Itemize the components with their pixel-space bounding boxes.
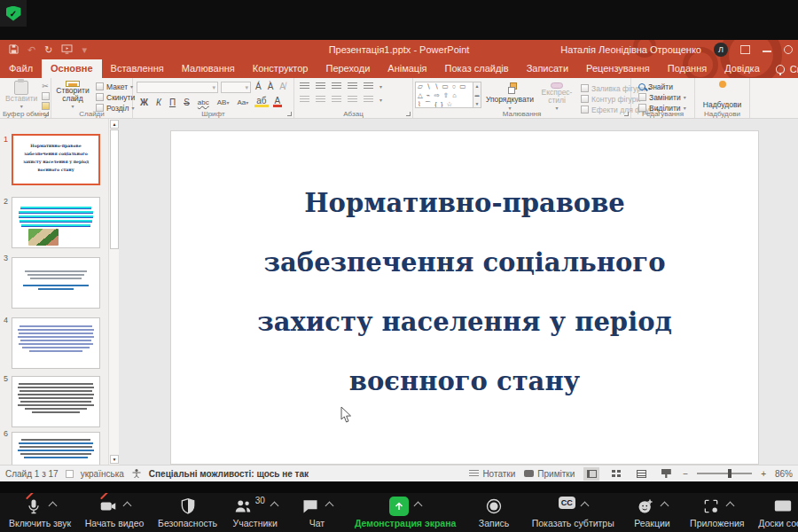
increase-indent-icon[interactable] bbox=[348, 82, 357, 90]
tab-design[interactable]: Конструктор bbox=[244, 59, 317, 78]
tab-file[interactable]: Файл bbox=[0, 59, 42, 78]
slideshow-view-button[interactable] bbox=[658, 467, 674, 481]
align-right-icon[interactable] bbox=[332, 96, 341, 104]
chat-button[interactable]: Чат bbox=[293, 497, 340, 528]
underline-button[interactable]: П bbox=[168, 98, 177, 107]
slide-thumbnail-2[interactable] bbox=[12, 197, 100, 248]
whiteboards-button[interactable]: Доски сооб bbox=[758, 497, 798, 528]
slide-thumbnail-6[interactable] bbox=[12, 432, 100, 465]
character-spacing-button[interactable]: АВ▾ bbox=[215, 98, 231, 106]
drawing-dialog-launcher-icon[interactable] bbox=[624, 112, 629, 116]
find-button[interactable]: Знайти bbox=[637, 82, 692, 91]
quick-styles-button[interactable]: Експрес-стилі ▾ bbox=[538, 82, 575, 112]
zoom-slider[interactable] bbox=[697, 473, 752, 474]
increase-font-icon[interactable]: А́ bbox=[254, 82, 263, 93]
replace-button[interactable]: Замінити▾ bbox=[637, 92, 692, 102]
slide-sorter-view-button[interactable] bbox=[608, 467, 624, 481]
font-color-button[interactable]: А bbox=[273, 97, 283, 107]
italic-button[interactable]: К bbox=[154, 98, 163, 107]
shapes-scroll[interactable]: ▲▬▼ bbox=[473, 82, 481, 108]
record-button[interactable]: Запись bbox=[470, 497, 518, 528]
chevron-up-icon[interactable] bbox=[414, 502, 423, 511]
font-dialog-launcher-icon[interactable] bbox=[287, 112, 292, 116]
notes-button[interactable]: Нотатки bbox=[469, 469, 515, 479]
chevron-up-icon[interactable] bbox=[725, 502, 734, 511]
chevron-up-icon[interactable] bbox=[580, 502, 589, 511]
bullets-icon[interactable] bbox=[300, 82, 309, 90]
tab-record[interactable]: Записати bbox=[518, 59, 577, 78]
tab-view[interactable]: Подання bbox=[659, 59, 716, 78]
align-left-icon[interactable] bbox=[300, 96, 309, 104]
tab-draw[interactable]: Малювання bbox=[173, 59, 244, 78]
tab-transitions[interactable]: Переходи bbox=[317, 59, 379, 78]
security-button[interactable]: Безопасность bbox=[158, 497, 217, 528]
reading-view-button[interactable] bbox=[633, 467, 649, 481]
accessibility-status[interactable]: Спеціальні можливості: щось не так bbox=[149, 469, 309, 479]
reset-button[interactable]: Скинути bbox=[94, 92, 137, 102]
zoom-out-button[interactable]: − bbox=[683, 469, 688, 479]
slide-thumbnail-3[interactable] bbox=[12, 257, 100, 309]
start-video-button[interactable]: Начать видео bbox=[85, 497, 145, 528]
tab-slideshow[interactable]: Показ слайдів bbox=[436, 59, 518, 78]
slide-thumbnail-1[interactable]: Нормативно-правове забезпечення соціальн… bbox=[12, 134, 100, 185]
chevron-up-icon[interactable] bbox=[661, 502, 669, 511]
shapes-gallery[interactable]: ▱ ∖ ∖ ▭ ○ ▭△ ⌁ ⇨ ⇧ ⌂⌇ ⌒ { } ☆ bbox=[415, 82, 473, 108]
share-screen-button[interactable]: Демонстрация экрана bbox=[355, 497, 456, 528]
format-painter-icon[interactable] bbox=[42, 102, 50, 110]
mute-button[interactable]: Включить звук bbox=[9, 497, 71, 528]
align-center-icon[interactable] bbox=[316, 96, 325, 104]
scrollbar-thumb[interactable] bbox=[110, 129, 119, 249]
tab-review[interactable]: Рецензування bbox=[577, 59, 659, 78]
slide-title-text[interactable]: Нормативно-правове забезпечення соціальн… bbox=[171, 131, 758, 411]
clear-formatting-icon[interactable]: А̸ bbox=[278, 82, 287, 93]
justify-icon[interactable] bbox=[348, 96, 357, 104]
avatar[interactable]: Л bbox=[714, 43, 728, 57]
slide-thumbnail-4[interactable] bbox=[12, 317, 100, 369]
chevron-up-icon[interactable] bbox=[123, 502, 132, 511]
font-size-combobox[interactable]: ▾ bbox=[221, 82, 251, 93]
restore-icon[interactable] bbox=[784, 45, 793, 54]
bold-button[interactable]: Ж bbox=[138, 98, 150, 107]
numbering-icon[interactable] bbox=[316, 82, 325, 90]
paragraph-dialog-launcher-icon[interactable] bbox=[406, 112, 411, 116]
cut-icon[interactable]: ✂ bbox=[42, 82, 50, 90]
chevron-up-icon[interactable] bbox=[325, 502, 334, 511]
slide-canvas[interactable]: Нормативно-правове забезпечення соціальн… bbox=[171, 131, 758, 464]
tell-me-search[interactable]: Скажіть, що потрібно зробити bbox=[769, 59, 798, 78]
change-case-button[interactable]: Аа▾ bbox=[235, 98, 250, 106]
captions-button[interactable]: CC Показать субтитры bbox=[532, 497, 614, 528]
reactions-button[interactable]: Реакции bbox=[628, 497, 676, 528]
decrease-indent-icon[interactable] bbox=[332, 82, 341, 90]
chevron-up-icon[interactable] bbox=[49, 502, 58, 511]
text-shadow-button[interactable]: abc bbox=[196, 98, 211, 106]
zoom-in-button[interactable]: + bbox=[761, 469, 766, 479]
paste-button[interactable]: Вставити ▾ bbox=[2, 80, 41, 110]
scroll-up-icon[interactable]: ▲ bbox=[110, 120, 119, 129]
font-name-combobox[interactable]: ▾ bbox=[137, 82, 218, 93]
tab-help[interactable]: Довідка bbox=[716, 59, 769, 78]
thumbnail-scrollbar[interactable]: ▲ ▼ bbox=[108, 119, 119, 465]
language-indicator[interactable]: українська bbox=[81, 469, 124, 479]
line-spacing-icon[interactable] bbox=[364, 82, 373, 90]
comments-button[interactable]: Примітки bbox=[524, 469, 575, 479]
highlight-color-button[interactable]: аб bbox=[254, 97, 268, 107]
chevron-up-icon[interactable] bbox=[270, 502, 278, 511]
arrange-button[interactable]: Упорядкувати ▾ bbox=[485, 82, 535, 112]
addins-button[interactable]: Надбудови bbox=[697, 80, 747, 110]
minimize-icon[interactable] bbox=[763, 47, 771, 52]
tab-home[interactable]: Основне bbox=[42, 59, 102, 78]
strikethrough-button[interactable]: S bbox=[182, 98, 192, 107]
participants-button[interactable]: 30 Участники bbox=[231, 497, 279, 528]
clipboard-dialog-launcher-icon[interactable] bbox=[44, 112, 49, 116]
account-name[interactable]: Наталія Леонідівна Отрощенко bbox=[560, 44, 701, 55]
new-slide-button[interactable]: Створити слайд ▾ bbox=[53, 80, 92, 110]
zoom-percentage[interactable]: 86% bbox=[775, 469, 793, 479]
decrease-font-icon[interactable]: А̀ bbox=[266, 82, 276, 93]
zoom-slider-thumb[interactable] bbox=[728, 469, 732, 478]
normal-view-button[interactable] bbox=[583, 467, 599, 481]
apps-button[interactable]: Приложения bbox=[690, 497, 744, 528]
layout-button[interactable]: Макет▾ bbox=[94, 82, 137, 91]
meeting-security-tile[interactable]: ✓ bbox=[0, 0, 27, 27]
ribbon-display-options-icon[interactable] bbox=[740, 45, 750, 54]
tab-insert[interactable]: Вставлення bbox=[102, 59, 173, 78]
